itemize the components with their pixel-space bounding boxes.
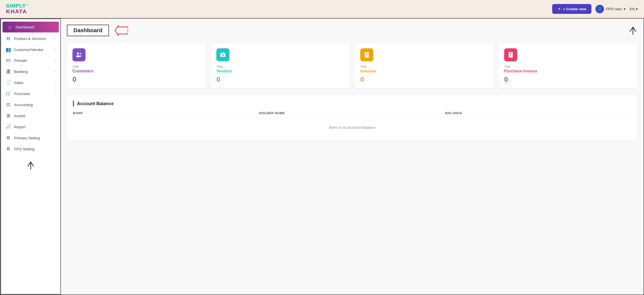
purchase-invoice-total-label: Total — [504, 65, 632, 68]
invoices-value: 0 — [360, 75, 488, 83]
col-holder: HOLDER NAME — [259, 111, 445, 115]
svg-point-6 — [79, 55, 82, 57]
sidebar-item-assets[interactable]: ⊞ Assets — [1, 110, 60, 121]
sidebar-item-label: Dashboard — [16, 25, 54, 29]
user-menu-button[interactable]: 👤 FPO new ▾ — [595, 5, 626, 13]
vendors-value: 0 — [216, 75, 344, 83]
sidebar-item-accounting[interactable]: ⚖ Accounting — [1, 99, 60, 110]
content-header: Dashboard — [67, 25, 637, 36]
report-icon: 📈 — [6, 124, 11, 130]
svg-marker-1 — [115, 25, 128, 35]
customers-stat-icon — [72, 48, 86, 61]
sidebar-item-product-services[interactable]: ⊟ Product & Services › — [1, 33, 60, 44]
logo-simply: SIMPLY™ — [6, 3, 28, 9]
col-balance: BALANCE — [445, 111, 631, 115]
lang-chevron-icon: ▾ — [636, 7, 638, 11]
sidebar-item-customer-vendor[interactable]: 👥 Customer/Vendor › — [1, 44, 60, 55]
sidebar-item-label: Purchase — [14, 92, 52, 96]
chevron-right-icon: › — [55, 59, 56, 62]
account-balance-title: Account Balance — [73, 101, 631, 107]
purchase-invoice-value: 0 — [504, 75, 632, 83]
assets-icon: ⊞ — [6, 113, 11, 118]
sidebar-item-primary-setting[interactable]: ⚙ Primary Setting — [1, 132, 60, 143]
vendors-stat-icon — [216, 48, 229, 61]
stats-row: Total Customers 0 Total Vendors 0 Total … — [67, 43, 637, 88]
sidebar: ⌂ Dashboard ⊟ Product & Services › 👥 Cus… — [1, 19, 61, 294]
sales-icon: 📄 — [6, 80, 11, 85]
sidebar-item-label: Report — [14, 125, 56, 129]
header: SIMPLY™ KHATA ＋ + Create new 👤 FPO new ▾… — [0, 0, 644, 18]
page-title: Dashboard — [67, 25, 109, 36]
home-icon: ⌂ — [7, 24, 13, 30]
logo: SIMPLY™ KHATA — [6, 3, 28, 15]
sidebar-item-label: Customer/Vendor — [14, 48, 52, 52]
sidebar-item-label: Assets — [14, 114, 56, 118]
sidebar-item-sales[interactable]: 📄 Sales › — [1, 77, 60, 88]
purchase-invoice-stat-icon — [504, 48, 517, 61]
customers-value: 0 — [72, 75, 200, 83]
stat-card-vendors[interactable]: Total Vendors 0 — [211, 43, 350, 88]
customers-total-label: Total — [72, 65, 200, 68]
banking-icon: 🏦 — [6, 69, 11, 74]
vendors-label: Vendors — [216, 69, 344, 73]
purchase-icon: 🛒 — [6, 91, 11, 96]
chevron-right-icon: › — [55, 70, 56, 73]
stat-card-invoices[interactable]: Total Invoices 0 — [355, 43, 494, 88]
presale-icon: 🗃 — [6, 58, 11, 63]
customers-label: Customers — [72, 69, 200, 73]
primary-setting-icon: ⚙ — [6, 135, 11, 141]
scroll-up-icon — [628, 25, 637, 36]
chevron-right-icon: › — [55, 92, 56, 95]
invoices-total-label: Total — [360, 65, 488, 68]
sidebar-scroll-up — [1, 154, 60, 173]
chevron-right-icon: › — [55, 48, 56, 51]
language-button[interactable]: EN ▾ — [630, 7, 638, 11]
svg-point-5 — [80, 53, 81, 54]
create-new-label: + Create new — [563, 7, 586, 11]
sidebar-item-purchase[interactable]: 🛒 Purchase › — [1, 88, 60, 99]
svg-point-4 — [76, 55, 80, 57]
create-new-button[interactable]: ＋ + Create new — [552, 4, 591, 14]
sidebar-item-label: Banking — [14, 69, 52, 74]
title-bar — [73, 101, 74, 107]
chevron-right-icon: › — [55, 37, 56, 40]
chevron-down-icon: ▾ — [624, 7, 626, 11]
chevron-right-icon: › — [55, 81, 56, 84]
sidebar-item-banking[interactable]: 🏦 Banking › — [1, 66, 60, 77]
sidebar-item-label: Product & Services — [14, 36, 52, 41]
sidebar-item-dashboard[interactable]: ⌂ Dashboard — [3, 22, 59, 32]
plus-icon: ＋ — [557, 7, 561, 11]
user-name: FPO new — [606, 7, 622, 11]
svg-rect-8 — [221, 52, 224, 54]
sidebar-item-label: Presale — [14, 58, 52, 63]
sidebar-item-report[interactable]: 📈 Report — [1, 121, 60, 132]
svg-rect-15 — [510, 53, 512, 54]
header-right: ＋ + Create new 👤 FPO new ▾ EN ▾ — [552, 4, 638, 14]
customers-icon: 👥 — [6, 47, 11, 52]
lang-label: EN — [630, 7, 635, 11]
purchase-invoice-label: Purchase Invoice — [504, 69, 632, 73]
user-avatar-icon: 👤 — [595, 5, 604, 13]
svg-rect-9 — [222, 54, 224, 56]
main-content: Dashboard Total Customers 0 — [61, 19, 643, 294]
arrow-up-icon — [26, 159, 35, 171]
empty-message: there is no account balance — [73, 120, 631, 135]
account-balance-section: Account Balance BANK HOLDER NAME BALANCE… — [67, 95, 637, 140]
sidebar-item-label: Accounting — [14, 103, 56, 107]
fpo-setting-icon: ⚙ — [6, 146, 11, 152]
svg-point-3 — [77, 53, 79, 55]
sidebar-item-fpo-setting[interactable]: ⚙ FPO Setting — [1, 143, 60, 154]
back-arrow-icon — [115, 25, 128, 35]
sidebar-item-presale[interactable]: 🗃 Presale › — [1, 55, 60, 66]
stat-card-customers[interactable]: Total Customers 0 — [67, 43, 206, 88]
stat-card-purchase-invoice[interactable]: Total Purchase Invoice 0 — [499, 43, 637, 88]
sidebar-item-label: FPO Setting — [14, 147, 56, 151]
account-balance-title-text: Account Balance — [77, 101, 114, 106]
main-layout: ⌂ Dashboard ⊟ Product & Services › 👥 Cus… — [0, 18, 644, 295]
sidebar-item-label: Sales — [14, 80, 52, 85]
accounting-icon: ⚖ — [6, 102, 11, 107]
table-header: BANK HOLDER NAME BALANCE — [73, 111, 631, 118]
vendors-total-label: Total — [216, 65, 344, 68]
invoices-label: Invoices — [360, 69, 488, 73]
invoices-stat-icon — [360, 48, 373, 61]
